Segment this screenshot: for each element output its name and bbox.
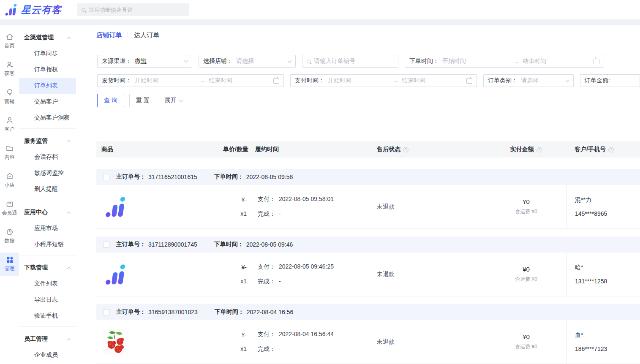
source-channel-select[interactable]: 来源渠道： 微盟: [97, 55, 192, 68]
aftersale-status: 未退款: [377, 338, 395, 346]
paid-amount: ¥0: [523, 333, 530, 340]
main-content: 店铺订单 达人订单 来源渠道： 微盟 选择店铺： 请选择 请输入订单编号: [76, 25, 640, 364]
aftersale-status: 未退款: [377, 271, 395, 278]
chevron-up-icon: [67, 338, 71, 341]
sidebar-item-sensitive-word-monitor[interactable]: 敏感词监控: [19, 165, 76, 181]
table-header-row: 商品 单价/数量 履约时间 售后状态 ? 实付金额 ? 客户/手机号 ?: [96, 141, 640, 158]
sidebar-item-order-list[interactable]: 订单列表: [19, 78, 76, 94]
rail-item-management[interactable]: 管理: [0, 253, 19, 276]
query-button[interactable]: 查 询: [97, 94, 124, 107]
sidebar-item-verify-phone[interactable]: 验证手机: [19, 308, 76, 324]
paid-amount: ¥0: [523, 266, 530, 273]
reset-button[interactable]: 重 置: [129, 94, 156, 107]
order-time: 2022-08-05 09:46: [246, 241, 293, 248]
quantity: x1: [240, 345, 247, 352]
user-plus-icon: [5, 60, 14, 69]
calendar-icon: [594, 59, 599, 64]
search-input[interactable]: [89, 7, 185, 13]
done-time: -: [279, 345, 281, 353]
quick-search[interactable]: [77, 3, 189, 16]
header-product: 商品: [96, 146, 223, 153]
order-category-select[interactable]: 订单类别： 请选择: [483, 74, 574, 87]
order-number: 317112890001745: [148, 241, 197, 248]
chevron-up-icon: [67, 211, 71, 215]
customer-name: 哈*: [575, 264, 640, 272]
sidebar-group-app-center[interactable]: 应用中心: [19, 204, 76, 220]
freight-note: 含运费:¥0: [515, 276, 537, 283]
rail-item-customers[interactable]: 客户: [0, 113, 19, 136]
rail-item-customer-acquisition[interactable]: 获客: [0, 57, 19, 81]
home-icon: [5, 33, 14, 41]
sidebar-item-app-market[interactable]: 应用市场: [19, 220, 76, 236]
order-number: 317116521001615: [148, 174, 197, 180]
primary-nav-rail: 首页 获客 营销 客户 内容 小店: [0, 25, 19, 364]
pay-time: 2022-08-05 09:58:01: [279, 196, 334, 203]
store-select[interactable]: 选择店铺： 请选择: [199, 55, 296, 68]
customer-name: 血*: [575, 331, 640, 339]
chevron-down-icon: [288, 58, 292, 62]
order-amount-field[interactable]: 订单金额:: [580, 74, 640, 87]
expand-button[interactable]: 展开: [165, 97, 182, 104]
brand-logo-icon: [5, 3, 18, 16]
customer-name: 混**力: [575, 196, 640, 204]
pay-time-range-picker[interactable]: 支付时间： 开始时间 → 结束时间: [290, 74, 477, 87]
rail-item-marketing[interactable]: 营销: [0, 85, 19, 109]
help-icon[interactable]: ?: [608, 147, 614, 152]
order-checkbox[interactable]: [103, 174, 109, 180]
product-image-brand-logo: [103, 194, 129, 220]
rail-item-shop[interactable]: 小店: [0, 169, 19, 192]
sidebar-item-order-sync[interactable]: 订单同步: [19, 46, 76, 62]
rail-item-content[interactable]: 内容: [0, 141, 19, 164]
rail-item-data[interactable]: 数据: [0, 225, 19, 248]
order-detail-row: ¥- x1 支付：2022-08-04 16:56:44 完成：- 未退款 ¥0…: [96, 320, 640, 364]
grid-icon: [5, 255, 14, 264]
sidebar-item-miniprogram-shortlink[interactable]: 小程序短链: [19, 236, 76, 253]
range-arrow-icon: →: [199, 77, 205, 84]
order-no-search-field[interactable]: 请输入订单编号: [302, 55, 398, 68]
topbar: 星云有客: [0, 0, 640, 19]
help-icon[interactable]: ?: [403, 147, 409, 152]
sidebar-item-session-archive[interactable]: 会话存档: [19, 149, 76, 165]
sidebar-group-staff-manage[interactable]: 员工管理: [19, 331, 76, 347]
calendar-icon: [466, 78, 472, 84]
sidebar-item-enterprise-members[interactable]: 企业成员: [19, 347, 76, 363]
unit-price: ¥-: [242, 196, 247, 203]
folder-icon: [5, 144, 14, 152]
sidebar-item-file-list[interactable]: 文件列表: [19, 276, 76, 292]
order-checkbox[interactable]: [103, 242, 109, 248]
customer-phone: 131****1258: [575, 278, 640, 285]
order-detail-row: ¥- x1 支付：2022-08-05 09:58:01 完成：- 未退款 ¥0…: [96, 185, 640, 229]
balloon-icon: [5, 88, 14, 97]
top-divider-strip: [0, 19, 640, 25]
order-group-row: 主订单号： 317116521001615 下单时间： 2022-08-05 0…: [96, 169, 640, 185]
rail-item-home[interactable]: 首页: [0, 30, 19, 53]
sidebar-item-delete-reminder[interactable]: 删人提醒: [19, 181, 76, 197]
unit-price: ¥-: [242, 264, 247, 271]
help-icon[interactable]: ?: [537, 147, 542, 152]
order-time: 2022-08-05 09:58: [246, 174, 293, 180]
chevron-down-icon: [566, 78, 570, 82]
order-time-range-picker[interactable]: 下单时间： 开始时间 → 结束时间: [405, 55, 604, 68]
search-icon: [82, 8, 85, 12]
order-block: 主订单号： 317112890001745 下单时间： 2022-08-05 0…: [96, 236, 640, 296]
ship-time-range-picker[interactable]: 发货时间： 开始时间 → 结束时间: [97, 74, 284, 87]
quantity: x1: [240, 278, 247, 285]
tab-daren-orders[interactable]: 达人订单: [134, 31, 159, 39]
chevron-down-icon: [184, 58, 188, 62]
paid-amount: ¥0: [523, 198, 530, 205]
order-checkbox[interactable]: [103, 309, 109, 315]
chevron-up-icon: [67, 36, 71, 40]
tab-shop-orders[interactable]: 店铺订单: [96, 31, 122, 39]
sidebar-group-download-manage[interactable]: 下载管理: [19, 260, 76, 276]
header-fulfill-time: 履约时间: [255, 146, 359, 153]
product-image-brand-logo: [103, 261, 129, 288]
rail-item-membership[interactable]: 会员通: [0, 197, 19, 220]
unit-price: ¥-: [242, 331, 247, 338]
sidebar-item-trade-customer-insight[interactable]: 交易客户洞察: [19, 110, 76, 126]
sidebar-group-omnichannel[interactable]: 全渠道管理: [19, 30, 76, 46]
sidebar-item-order-auth[interactable]: 订单授权: [19, 62, 76, 78]
order-number: 316591387001023: [148, 309, 198, 315]
sidebar-item-trade-customers[interactable]: 交易客户: [19, 94, 76, 110]
sidebar-group-service-monitor[interactable]: 服务监管: [19, 133, 76, 149]
sidebar-item-export-log[interactable]: 导出日志: [19, 292, 76, 308]
